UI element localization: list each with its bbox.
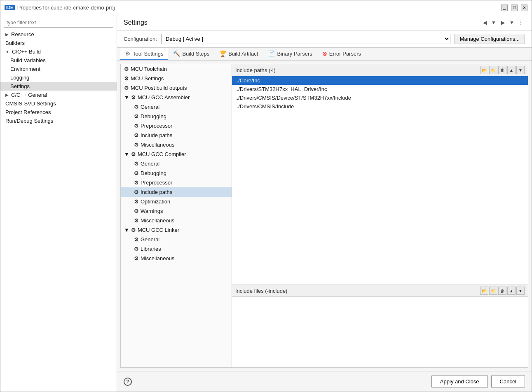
stree-gcc-misc[interactable]: ⚙ Miscellaneous (121, 216, 232, 225)
gear-icon: ⚙ (134, 104, 139, 110)
include-files-section: Include files (-include) 📂 📁 🗑 ▲ ▼ (232, 285, 528, 367)
sidebar-item-logging[interactable]: Logging (0, 73, 117, 82)
config-bar: Configuration: Debug [ Active ] Manage C… (117, 30, 532, 48)
gear-icon: ⚙ (131, 94, 136, 100)
tab-binary-parsers[interactable]: 📄 Binary Parsers (263, 48, 317, 60)
stree-mcu-post-build[interactable]: ⚙ MCU Post build outputs (121, 83, 232, 93)
delete-btn[interactable]: 🗑 (498, 287, 506, 295)
include-files-header: Include files (-include) 📂 📁 🗑 ▲ ▼ (232, 285, 528, 297)
gear-icon: ⚙ (134, 246, 139, 252)
manage-configurations-button[interactable]: Manage Configurations... (455, 34, 525, 44)
main-window: IDE Properties for cube-ide-cmake-demo-p… (0, 0, 532, 392)
sidebar-item-environment[interactable]: Environment (0, 65, 117, 73)
help-icon[interactable]: ? (124, 378, 132, 386)
sidebar-item-cmsis-svd[interactable]: CMSIS-SVD Settings (0, 99, 117, 108)
sidebar-item-cpp-build[interactable]: ▼ C/C++ Build (0, 47, 117, 56)
tab-label: Binary Parsers (277, 51, 312, 57)
sidebar-item-build-variables[interactable]: Build Variables (0, 56, 117, 65)
sidebar-item-cpp-general[interactable]: ▶ C/C++ General (0, 91, 117, 99)
stree-asm-misc[interactable]: ⚙ Miscellaneous (121, 140, 232, 149)
stree-item-label: Preprocessor (141, 123, 172, 129)
stree-gcc-debugging[interactable]: ⚙ Debugging (121, 168, 232, 178)
config-label: Configuration: (124, 36, 157, 42)
sidebar-item-project-references[interactable]: Project References (0, 108, 117, 117)
maximize-button[interactable]: ☐ (511, 5, 518, 11)
include-files-list (232, 297, 528, 367)
tab-build-artifact[interactable]: 🏆 Build Artifact (214, 48, 263, 60)
delete-btn[interactable]: 🗑 (498, 66, 506, 74)
move-down-btn[interactable]: ▼ (516, 287, 525, 295)
sidebar-item-resource[interactable]: ▶ Resource (0, 30, 117, 39)
close-button[interactable]: ✕ (521, 5, 527, 11)
sidebar-item-label: C/C++ General (11, 92, 47, 98)
add-btn[interactable]: 📁 (489, 66, 497, 74)
sidebar-item-builders[interactable]: Builders (0, 39, 117, 47)
tool-settings-icon: ⚙ (125, 50, 131, 57)
tab-build-steps[interactable]: 🔨 Build Steps (168, 48, 214, 60)
menu-icon[interactable]: ⋮ (517, 19, 525, 27)
sidebar-item-settings[interactable]: Settings (0, 82, 117, 91)
include-path-item[interactable]: ../Drivers/STM32H7xx_HAL_Driver/Inc (232, 85, 528, 93)
stree-gcc-optimization[interactable]: ⚙ Optimization (121, 197, 232, 206)
back-dropdown-icon[interactable]: ▼ (490, 19, 498, 27)
include-paths-title: Include paths (-I) (235, 67, 276, 73)
tab-label: Build Artifact (228, 51, 258, 57)
add-file-btn[interactable]: 📂 (480, 287, 488, 295)
stree-item-label: Libraries (141, 246, 161, 252)
stree-mcu-gcc-assembler[interactable]: ▼ ⚙ MCU GCC Assembler (121, 93, 232, 102)
cancel-button[interactable]: Cancel (491, 376, 525, 387)
stree-gcc-warnings[interactable]: ⚙ Warnings (121, 206, 232, 216)
include-path-item[interactable]: ../Drivers/CMSIS/Device/ST/STM32H7xx/Inc… (232, 93, 528, 102)
stree-item-label: Include paths (141, 132, 172, 138)
stree-item-label: MCU GCC Compiler (138, 151, 186, 157)
tab-tool-settings[interactable]: ⚙ Tool Settings (120, 48, 168, 60)
stree-asm-debugging[interactable]: ⚙ Debugging (121, 112, 232, 121)
tab-error-parsers[interactable]: ⊗ Error Parsers (317, 48, 366, 60)
move-down-btn[interactable]: ▼ (516, 66, 525, 74)
expand-arrow: ▶ (5, 32, 9, 37)
sidebar-item-run-debug[interactable]: Run/Debug Settings (0, 117, 117, 125)
build-artifact-icon: 🏆 (219, 50, 226, 57)
stree-item-label: Miscellaneous (141, 255, 174, 261)
stree-gcc-include-paths[interactable]: ⚙ Include paths (121, 187, 232, 197)
stree-mcu-settings[interactable]: ⚙ MCU Settings (121, 74, 232, 83)
include-path-item[interactable]: ../Core/Inc (232, 76, 528, 85)
expand-arrow: ▶ (5, 93, 9, 97)
include-path-item[interactable]: ../Drivers/CMSIS/Include (232, 102, 528, 111)
gear-icon: ⚙ (134, 161, 139, 167)
build-steps-icon: 🔨 (173, 50, 180, 57)
gear-icon: ⚙ (134, 132, 139, 138)
stree-asm-include-paths[interactable]: ⚙ Include paths (121, 131, 232, 140)
stree-linker-misc[interactable]: ⚙ Miscellaneous (121, 254, 232, 263)
stree-linker-libraries[interactable]: ⚙ Libraries (121, 244, 232, 254)
back-icon[interactable]: ◀ (480, 19, 489, 27)
window-title: Properties for cube-ide-cmake-demo-proj (17, 5, 115, 11)
stree-gcc-general[interactable]: ⚙ General (121, 159, 232, 168)
tab-label: Build Steps (182, 51, 209, 57)
minimize-button[interactable]: ⎯ (501, 5, 508, 11)
stree-item-label: Warnings (141, 208, 163, 214)
apply-close-button[interactable]: Apply and Close (431, 376, 488, 387)
forward-icon[interactable]: ▶ (499, 19, 507, 27)
add-btn[interactable]: 📁 (489, 287, 497, 295)
stree-linker-general[interactable]: ⚙ General (121, 235, 232, 244)
bottom-bar: ? Apply and Close Cancel (117, 371, 532, 392)
sidebar-item-label: Resource (11, 31, 34, 37)
move-up-btn[interactable]: ▲ (507, 66, 516, 74)
filter-input[interactable] (4, 18, 113, 28)
forward-dropdown-icon[interactable]: ▼ (508, 19, 516, 27)
stree-mcu-gcc-compiler[interactable]: ▼ ⚙ MCU GCC Compiler (121, 149, 232, 159)
move-up-btn[interactable]: ▲ (507, 287, 516, 295)
expand-arrow: ▼ (124, 227, 129, 233)
sidebar-item-label: Run/Debug Settings (5, 118, 53, 124)
stree-asm-general[interactable]: ⚙ General (121, 102, 232, 112)
stree-asm-preprocessor[interactable]: ⚙ Preprocessor (121, 121, 232, 131)
stree-mcu-toolchain[interactable]: ⚙ MCU Toolchain (121, 64, 232, 74)
gear-icon: ⚙ (134, 170, 139, 176)
stree-item-label: MCU Post build outputs (131, 85, 187, 91)
add-file-btn[interactable]: 📂 (480, 66, 488, 74)
config-select[interactable]: Debug [ Active ] (161, 34, 450, 44)
stree-gcc-preprocessor[interactable]: ⚙ Preprocessor (121, 178, 232, 187)
stree-mcu-gcc-linker[interactable]: ▼ ⚙ MCU GCC Linker (121, 225, 232, 235)
header-actions: ◀ ▼ ▶ ▼ ⋮ (480, 19, 525, 27)
